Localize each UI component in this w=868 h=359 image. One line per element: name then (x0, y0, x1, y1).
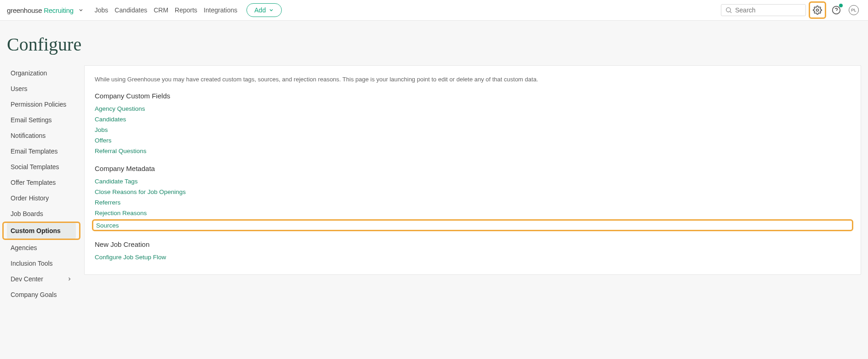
nav-crm[interactable]: CRM (154, 6, 168, 14)
link-referrers[interactable]: Referrers (95, 199, 851, 206)
page-title: Configure (0, 21, 868, 65)
nav-candidates[interactable]: Candidates (114, 6, 147, 14)
search-icon (725, 6, 732, 14)
sidebar-item-email-settings[interactable]: Email Settings (7, 112, 76, 128)
sidebar-item-permission-policies[interactable]: Permission Policies (7, 97, 76, 112)
search-input[interactable] (735, 6, 802, 14)
main-panel: While using Greenhouse you may have crea… (84, 65, 861, 275)
link-configure-job-setup-flow[interactable]: Configure Job Setup Flow (95, 254, 851, 261)
nav-jobs[interactable]: Jobs (95, 6, 108, 14)
link-list-company-metadata: Candidate Tags Close Reasons for Job Ope… (95, 178, 851, 230)
avatar: PL (849, 5, 859, 15)
section-title-custom-fields: Company Custom Fields (95, 92, 851, 100)
link-agency-questions[interactable]: Agency Questions (95, 105, 851, 112)
brand-text-recruiting: Recruiting (44, 6, 74, 14)
content-wrap: Organization Users Permission Policies E… (0, 65, 868, 321)
sidebar-item-company-goals[interactable]: Company Goals (7, 287, 76, 302)
notification-dot (839, 4, 843, 7)
sidebar-item-job-boards[interactable]: Job Boards (7, 206, 76, 222)
section-title-company-metadata: Company Metadata (95, 165, 851, 172)
sidebar-item-social-templates[interactable]: Social Templates (7, 159, 76, 175)
link-highlight-sources: Sources (92, 219, 853, 231)
sidebar-item-label: Dev Center (11, 275, 43, 283)
link-rejection-reasons[interactable]: Rejection Reasons (95, 210, 851, 217)
sidebar-item-agencies[interactable]: Agencies (7, 240, 76, 256)
link-close-reasons[interactable]: Close Reasons for Job Openings (95, 188, 851, 195)
brand[interactable]: greenhouse Recruiting (7, 6, 84, 14)
sidebar-item-inclusion-tools[interactable]: Inclusion Tools (7, 256, 76, 271)
settings-button[interactable] (809, 1, 826, 19)
chevron-down-icon[interactable] (78, 7, 84, 13)
sidebar-item-email-templates[interactable]: Email Templates (7, 143, 76, 159)
chevron-right-icon (67, 276, 72, 282)
chevron-down-icon (268, 7, 274, 13)
top-bar: greenhouse Recruiting Jobs Candidates CR… (0, 0, 868, 21)
top-nav: Jobs Candidates CRM Reports Integrations (95, 6, 238, 14)
help-button[interactable] (829, 3, 844, 17)
user-avatar-button[interactable]: PL (846, 3, 861, 17)
intro-text: While using Greenhouse you may have crea… (95, 76, 851, 83)
section-title-new-job-creation: New Job Creation (95, 240, 851, 248)
link-referral-questions[interactable]: Referral Questions (95, 148, 851, 154)
link-list-custom-fields: Agency Questions Candidates Jobs Offers … (95, 105, 851, 154)
sidebar: Organization Users Permission Policies E… (7, 65, 76, 302)
search-wrap[interactable] (721, 4, 806, 16)
link-list-new-job-creation: Configure Job Setup Flow (95, 254, 851, 261)
sidebar-item-users[interactable]: Users (7, 81, 76, 97)
sidebar-item-organization[interactable]: Organization (7, 65, 76, 81)
nav-reports[interactable]: Reports (175, 6, 197, 14)
gear-icon (813, 6, 822, 15)
svg-point-2 (817, 9, 819, 11)
link-candidate-tags[interactable]: Candidate Tags (95, 178, 851, 185)
sidebar-highlight: Custom Options (2, 222, 80, 240)
sidebar-item-custom-options[interactable]: Custom Options (7, 223, 76, 239)
link-sources[interactable]: Sources (96, 222, 119, 229)
brand-text-greenhouse: greenhouse (7, 6, 42, 14)
link-jobs[interactable]: Jobs (95, 126, 851, 133)
add-button-label: Add (254, 6, 266, 14)
link-offers[interactable]: Offers (95, 137, 851, 144)
add-button[interactable]: Add (246, 3, 282, 17)
avatar-initials: PL (851, 8, 856, 12)
nav-integrations[interactable]: Integrations (204, 6, 237, 14)
sidebar-item-dev-center[interactable]: Dev Center (7, 271, 76, 287)
sidebar-item-order-history[interactable]: Order History (7, 190, 76, 206)
svg-line-1 (730, 11, 731, 13)
sidebar-item-notifications[interactable]: Notifications (7, 128, 76, 143)
svg-point-0 (726, 8, 731, 12)
link-candidates[interactable]: Candidates (95, 116, 851, 123)
sidebar-item-offer-templates[interactable]: Offer Templates (7, 175, 76, 190)
